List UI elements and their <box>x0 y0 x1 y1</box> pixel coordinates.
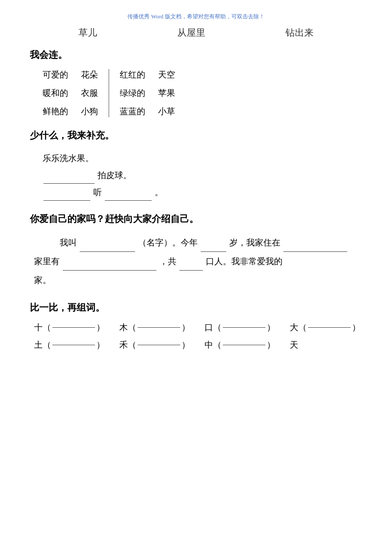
biyibi-close-2-2: ） <box>182 339 190 351</box>
biyibi-char-1-2: 木（ <box>119 322 136 333</box>
section-lian: 我会连。 可爱的 花朵 暖和的 衣服 鲜艳的 小狗 <box>30 49 362 117</box>
biyibi-close-1-4: ） <box>352 322 360 333</box>
biyibi-blank-1-3[interactable] <box>223 327 265 328</box>
jia-line2: 家里有 ，共 口人。我非常爱我的 <box>34 252 362 271</box>
buchong-blank3[interactable] <box>105 200 152 201</box>
jia-content: 我叫 （名字）。今年 岁，我家住在 家里有 ，共 口人。我非常爱我的 家。 <box>34 233 362 289</box>
lian-left-noun-1: 花朵 <box>81 69 98 81</box>
biyibi-char-1-4: 大（ <box>290 322 307 333</box>
lian-right-noun-1: 天空 <box>158 69 175 81</box>
lian-left-pairs: 可爱的 花朵 暖和的 衣服 鲜艳的 小狗 <box>43 69 98 117</box>
buchong-content: 乐乐洗水果。 拍皮球。 听 。 <box>43 150 362 201</box>
jia-blank-family[interactable] <box>63 270 156 271</box>
biyibi-blank-1-4[interactable] <box>308 327 351 328</box>
lian-right-row-3: 蓝蓝的 小草 <box>120 106 175 117</box>
biyibi-blank-2-3[interactable] <box>223 345 265 345</box>
biyibi-char-2-1: 土（ <box>34 339 51 351</box>
lian-wrapper: 可爱的 花朵 暖和的 衣服 鲜艳的 小狗 红红的 天空 <box>43 69 362 117</box>
top-row: 草儿 从屋里 钻出来 <box>30 26 362 39</box>
lian-left-row-2: 暖和的 衣服 <box>43 87 98 99</box>
jia-jialiyu: 家里有 <box>34 257 60 266</box>
section-biyibi-title: 比一比，再组词。 <box>30 301 362 314</box>
biyibi-item-2-3: 中（ ） <box>205 339 290 351</box>
jia-wojiao: 我叫 <box>60 238 77 247</box>
biyibi-blank-1-1[interactable] <box>52 327 95 328</box>
section-jia-title: 你爱自己的家吗？赶快向大家介绍自己。 <box>30 213 362 225</box>
section-jia: 你爱自己的家吗？赶快向大家介绍自己。 我叫 （名字）。今年 岁，我家住在 家里有… <box>30 213 362 289</box>
biyibi-char-2-2: 禾（ <box>119 339 136 351</box>
jia-gong: ，共 <box>159 257 176 266</box>
lian-right-pairs: 红红的 天空 绿绿的 苹果 蓝蓝的 小草 <box>120 69 175 117</box>
biyibi-item-1-3: 口（ ） <box>205 322 290 333</box>
top-item-2: 从屋里 <box>177 26 205 39</box>
buchong-line2-suffix: 拍皮球。 <box>98 170 132 180</box>
lian-right-noun-3: 小草 <box>158 106 175 117</box>
biyibi-close-2-3: ） <box>267 339 275 351</box>
buchong-line1-text: 乐乐洗水果。 <box>43 153 94 163</box>
biyibi-item-1-4: 大（ ） <box>290 322 375 333</box>
section-buchong-title: 少什么，我来补充。 <box>30 129 362 142</box>
buchong-line3-mid: 听 <box>93 188 102 197</box>
section-biyibi: 比一比，再组词。 十（ ） 木（ ） 口（ ） <box>30 301 362 351</box>
lian-left-row-1: 可爱的 花朵 <box>43 69 98 81</box>
buchong-line2: 拍皮球。 <box>43 167 362 184</box>
biyibi-char-2-4: 天 <box>290 339 298 351</box>
biyibi-item-2-2: 禾（ ） <box>119 339 205 351</box>
lian-left-noun-3: 小狗 <box>81 106 98 117</box>
buchong-line3-suffix: 。 <box>155 188 163 197</box>
jia-mingzi: （名字）。今年 <box>138 238 198 247</box>
biyibi-item-2-1: 土（ ） <box>34 339 119 351</box>
top-item-3: 钻出来 <box>285 26 314 39</box>
biyibi-row2: 土（ ） 禾（ ） 中（ ） 天 <box>34 339 362 351</box>
jia-blank-addr[interactable] <box>283 251 347 252</box>
lian-right-adj-3: 蓝蓝的 <box>120 106 145 117</box>
watermark: 传播优秀 Word 版文档，希望对您有帮助，可双击去除！ <box>30 13 362 20</box>
biyibi-close-2-1: ） <box>96 339 105 351</box>
biyibi-close-1-3: ） <box>267 322 275 333</box>
jia-line3: 家。 <box>34 271 362 289</box>
lian-left-adj-1: 可爱的 <box>43 69 68 81</box>
biyibi-blank-2-2[interactable] <box>138 345 180 345</box>
biyibi-item-1-1: 十（ ） <box>34 322 119 333</box>
jia-line1: 我叫 （名字）。今年 岁，我家住在 <box>34 233 362 252</box>
jia-sui: 岁，我家住在 <box>229 238 280 247</box>
jia-jia: 家。 <box>34 275 51 285</box>
biyibi-blank-2-1[interactable] <box>52 345 95 345</box>
biyibi-row1: 十（ ） 木（ ） 口（ ） 大（ ） <box>34 322 362 333</box>
jia-blank-count[interactable] <box>179 270 203 271</box>
biyibi-char-1-3: 口（ <box>205 322 222 333</box>
biyibi-item-2-4: 天 <box>290 339 375 351</box>
biyibi-blank-1-2[interactable] <box>138 327 180 328</box>
biyibi-char-2-3: 中（ <box>205 339 222 351</box>
page: 传播优秀 Word 版文档，希望对您有帮助，可双击去除！ 草儿 从屋里 钻出来 … <box>0 0 392 554</box>
lian-right-row-1: 红红的 天空 <box>120 69 175 81</box>
biyibi-content: 十（ ） 木（ ） 口（ ） 大（ ） <box>34 322 362 351</box>
lian-right-noun-2: 苹果 <box>158 87 175 99</box>
lian-left-noun-2: 衣服 <box>81 87 98 99</box>
biyibi-close-1-2: ） <box>182 322 190 333</box>
lian-left-row-3: 鲜艳的 小狗 <box>43 106 98 117</box>
lian-right-adj-2: 绿绿的 <box>120 87 145 99</box>
top-item-1: 草儿 <box>78 26 97 39</box>
lian-left-adj-2: 暖和的 <box>43 87 68 99</box>
jia-kouren: 口人。我非常爱我的 <box>206 257 282 266</box>
biyibi-char-1-1: 十（ <box>34 322 51 333</box>
biyibi-close-1-1: ） <box>96 322 105 333</box>
lian-right-adj-1: 红红的 <box>120 69 145 81</box>
buchong-blank2[interactable] <box>43 200 90 201</box>
watermark-text: 传播优秀 Word 版文档，希望对您有帮助，可双击去除！ <box>127 13 264 20</box>
lian-left-adj-3: 鲜艳的 <box>43 106 68 117</box>
lian-right-row-2: 绿绿的 苹果 <box>120 87 175 99</box>
lian-divider <box>109 69 109 117</box>
buchong-line3: 听 。 <box>43 184 362 201</box>
buchong-line1: 乐乐洗水果。 <box>43 150 362 167</box>
biyibi-item-1-2: 木（ ） <box>119 322 205 333</box>
section-buchong: 少什么，我来补充。 乐乐洗水果。 拍皮球。 听 。 <box>30 129 362 201</box>
section-lian-title: 我会连。 <box>30 49 362 61</box>
